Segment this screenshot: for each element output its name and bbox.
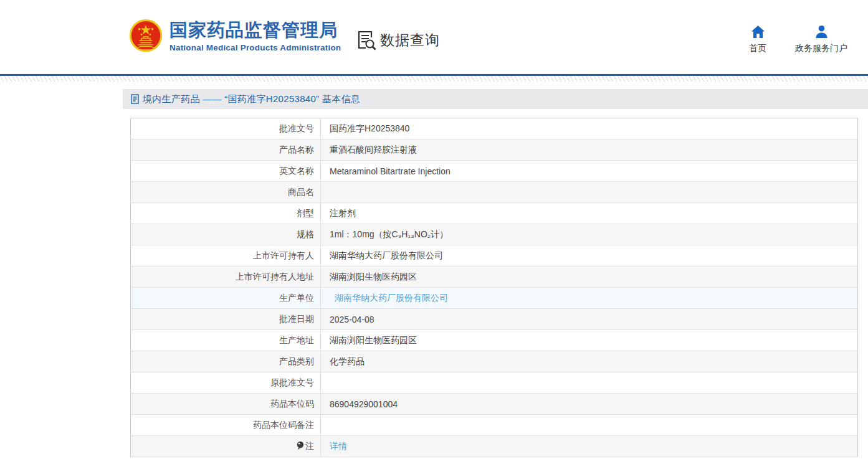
org-names: 国家药品监督管理局 National Medical Products Admi… <box>169 20 341 52</box>
nav-gov-portal[interactable]: 政务服务门户 <box>795 25 847 54</box>
row-label: 规格 <box>131 224 321 245</box>
table-row: 产品类别化学药品 <box>131 351 858 372</box>
home-icon <box>751 25 765 39</box>
nav-home[interactable]: 首页 <box>749 25 766 54</box>
row-label: 生产地址 <box>131 330 321 351</box>
org-name-en: National Medical Products Administration <box>169 43 341 52</box>
header-divider-hatch <box>0 76 868 82</box>
document-icon <box>131 94 139 104</box>
table-row: 商品名 <box>131 182 858 203</box>
row-label: 商品名 <box>131 182 321 203</box>
row-value: 湖南浏阳生物医药园区 <box>321 267 858 288</box>
user-icon <box>814 25 829 39</box>
national-emblem-icon <box>128 18 163 54</box>
note-balloon-icon <box>297 441 304 450</box>
row-value: 湖南浏阳生物医药园区 <box>321 330 858 351</box>
row-value: 湖南华纳大药厂股份有限公司 <box>321 245 858 267</box>
table-row: 批准文号国药准字H20253840 <box>131 118 858 140</box>
table-row: 剂型注射剂 <box>131 203 858 224</box>
table-row: 注详情 <box>131 436 858 457</box>
row-value <box>321 415 858 436</box>
row-value: 湖南华纳大药厂股份有限公司 <box>321 288 858 309</box>
table-row: 产品名称重酒石酸间羟胺注射液 <box>131 140 858 161</box>
row-label: 产品类别 <box>131 351 321 372</box>
row-value: 详情 <box>321 436 858 457</box>
table-row: 规格1ml：10mg（按C₉H₁₃NO₂计） <box>131 224 858 245</box>
row-label: 批准文号 <box>131 118 321 140</box>
header: 国家药品监督管理局 National Medical Products Admi… <box>0 0 868 74</box>
drug-info-table-body: 批准文号国药准字H20253840产品名称重酒石酸间羟胺注射液英文名称Metar… <box>131 118 858 457</box>
row-value: Metaraminol Bitartrate Injection <box>321 161 858 182</box>
manufacturer-link[interactable]: 湖南华纳大药厂股份有限公司 <box>335 293 448 303</box>
row-value: 重酒石酸间羟胺注射液 <box>321 140 858 161</box>
drug-info-table: 批准文号国药准字H20253840产品名称重酒石酸间羟胺注射液英文名称Metar… <box>130 118 858 457</box>
table-row: 原批准文号 <box>131 372 858 394</box>
table-row: 生产地址湖南浏阳生物医药园区 <box>131 330 858 351</box>
row-label: 剂型 <box>131 203 321 224</box>
nav-gov-portal-label: 政务服务门户 <box>795 43 847 54</box>
section-title: 境内生产药品 —— “国药准字H20253840” 基本信息 <box>143 93 360 105</box>
org-name-cn: 国家药品监督管理局 <box>169 20 341 40</box>
row-value: 86904929001004 <box>321 394 858 415</box>
row-value: 2025-04-08 <box>321 309 858 330</box>
row-value: 化学药品 <box>321 351 858 372</box>
page-root: 国家药品监督管理局 National Medical Products Admi… <box>0 0 868 459</box>
section-title-bar: 境内生产药品 —— “国药准字H20253840” 基本信息 <box>123 89 868 109</box>
data-search-home[interactable]: 数据查询 <box>355 29 440 51</box>
row-label: 上市许可持有人 <box>131 245 321 267</box>
row-label: 生产单位 <box>131 288 321 309</box>
row-label: 注 <box>131 436 321 457</box>
row-value <box>321 182 858 203</box>
row-value <box>321 372 858 394</box>
table-row: 上市许可持有人地址湖南浏阳生物医药园区 <box>131 267 858 288</box>
data-search-label: 数据查询 <box>380 31 440 50</box>
nav-home-label: 首页 <box>749 43 766 54</box>
site-logo[interactable]: 国家药品监督管理局 National Medical Products Admi… <box>128 18 341 54</box>
row-label: 批准日期 <box>131 309 321 330</box>
row-label: 英文名称 <box>131 161 321 182</box>
table-row: 生产单位湖南华纳大药厂股份有限公司 <box>131 288 858 309</box>
row-label: 药品本位码备注 <box>131 415 321 436</box>
row-value: 注射剂 <box>321 203 858 224</box>
drug-info-table-wrap: 批准文号国药准字H20253840产品名称重酒石酸间羟胺注射液英文名称Metar… <box>130 118 858 457</box>
row-label: 产品名称 <box>131 140 321 161</box>
note-details-link[interactable]: 详情 <box>330 441 347 451</box>
top-nav: 首页 政务服务门户 <box>749 25 847 54</box>
table-row: 药品本位码备注 <box>131 415 858 436</box>
row-label: 药品本位码 <box>131 394 321 415</box>
table-row: 英文名称Metaraminol Bitartrate Injection <box>131 161 858 182</box>
row-value: 国药准字H20253840 <box>321 118 858 140</box>
row-value: 1ml：10mg（按C₉H₁₃NO₂计） <box>321 224 858 245</box>
row-label: 原批准文号 <box>131 372 321 394</box>
table-row: 上市许可持有人湖南华纳大药厂股份有限公司 <box>131 245 858 267</box>
doc-search-icon <box>355 29 377 51</box>
table-row: 药品本位码86904929001004 <box>131 394 858 415</box>
table-row: 批准日期2025-04-08 <box>131 309 858 330</box>
row-label: 上市许可持有人地址 <box>131 267 321 288</box>
